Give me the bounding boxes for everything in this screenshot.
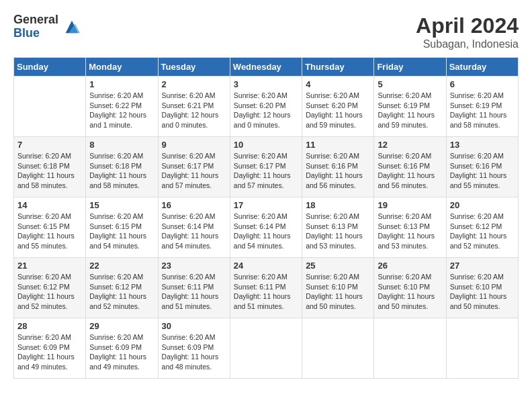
weekday-header-sunday: Sunday	[14, 58, 86, 77]
day-info: Sunrise: 6:20 AM Sunset: 6:20 PM Dayligh…	[234, 91, 298, 130]
calendar-cell: 3Sunrise: 6:20 AM Sunset: 6:20 PM Daylig…	[230, 77, 302, 137]
weekday-header-saturday: Saturday	[446, 58, 518, 77]
calendar-table: SundayMondayTuesdayWednesdayThursdayFrid…	[13, 57, 519, 379]
day-number: 28	[17, 321, 82, 331]
calendar-cell	[302, 318, 374, 379]
day-info: Sunrise: 6:20 AM Sunset: 6:15 PM Dayligh…	[17, 212, 82, 251]
weekday-header-monday: Monday	[86, 58, 158, 77]
day-number: 4	[306, 79, 370, 89]
day-number: 14	[17, 200, 82, 210]
day-info: Sunrise: 6:20 AM Sunset: 6:10 PM Dayligh…	[450, 272, 515, 312]
calendar-week-row: 14Sunrise: 6:20 AM Sunset: 6:15 PM Dayli…	[14, 197, 519, 258]
day-number: 8	[89, 140, 154, 150]
day-info: Sunrise: 6:20 AM Sunset: 6:17 PM Dayligh…	[234, 151, 298, 191]
calendar-cell: 15Sunrise: 6:20 AM Sunset: 6:15 PM Dayli…	[86, 197, 158, 258]
day-number: 3	[234, 79, 298, 89]
day-info: Sunrise: 6:20 AM Sunset: 6:16 PM Dayligh…	[378, 151, 442, 191]
day-info: Sunrise: 6:20 AM Sunset: 6:13 PM Dayligh…	[378, 212, 442, 251]
calendar-cell: 6Sunrise: 6:20 AM Sunset: 6:19 PM Daylig…	[446, 77, 518, 137]
day-info: Sunrise: 6:20 AM Sunset: 6:13 PM Dayligh…	[306, 212, 370, 251]
day-number: 12	[378, 140, 442, 150]
logo: General Blue	[13, 13, 81, 40]
calendar-cell: 23Sunrise: 6:20 AM Sunset: 6:11 PM Dayli…	[158, 258, 230, 318]
calendar-cell: 14Sunrise: 6:20 AM Sunset: 6:15 PM Dayli…	[14, 197, 86, 258]
month-title: April 2024	[416, 13, 519, 38]
day-info: Sunrise: 6:20 AM Sunset: 6:18 PM Dayligh…	[89, 151, 154, 191]
day-info: Sunrise: 6:20 AM Sunset: 6:12 PM Dayligh…	[89, 272, 154, 312]
calendar-cell: 25Sunrise: 6:20 AM Sunset: 6:10 PM Dayli…	[302, 258, 374, 318]
day-number: 20	[450, 200, 515, 210]
page-header: General Blue April 2024 Subagan, Indones…	[13, 13, 519, 50]
day-number: 21	[17, 261, 82, 271]
day-number: 11	[306, 140, 370, 150]
calendar-cell: 18Sunrise: 6:20 AM Sunset: 6:13 PM Dayli…	[302, 197, 374, 258]
calendar-cell: 21Sunrise: 6:20 AM Sunset: 6:12 PM Dayli…	[14, 258, 86, 318]
day-number: 2	[162, 79, 226, 89]
calendar-week-row: 21Sunrise: 6:20 AM Sunset: 6:12 PM Dayli…	[14, 258, 519, 318]
day-number: 15	[89, 200, 154, 210]
day-number: 18	[306, 200, 370, 210]
calendar-cell: 20Sunrise: 6:20 AM Sunset: 6:12 PM Dayli…	[446, 197, 518, 258]
day-number: 30	[162, 321, 226, 331]
day-number: 25	[306, 261, 370, 271]
title-section: April 2024 Subagan, Indonesia	[416, 13, 519, 50]
calendar-cell	[230, 318, 302, 379]
logo-blue: Blue	[13, 27, 58, 40]
day-info: Sunrise: 6:20 AM Sunset: 6:20 PM Dayligh…	[306, 91, 370, 130]
calendar-cell: 26Sunrise: 6:20 AM Sunset: 6:10 PM Dayli…	[374, 258, 446, 318]
calendar-cell: 5Sunrise: 6:20 AM Sunset: 6:19 PM Daylig…	[374, 77, 446, 137]
calendar-cell: 10Sunrise: 6:20 AM Sunset: 6:17 PM Dayli…	[230, 137, 302, 197]
day-info: Sunrise: 6:20 AM Sunset: 6:21 PM Dayligh…	[162, 91, 226, 130]
day-info: Sunrise: 6:20 AM Sunset: 6:19 PM Dayligh…	[378, 91, 442, 130]
calendar-cell: 1Sunrise: 6:20 AM Sunset: 6:22 PM Daylig…	[86, 77, 158, 137]
calendar-cell: 24Sunrise: 6:20 AM Sunset: 6:11 PM Dayli…	[230, 258, 302, 318]
day-info: Sunrise: 6:20 AM Sunset: 6:09 PM Dayligh…	[17, 332, 82, 372]
day-info: Sunrise: 6:20 AM Sunset: 6:19 PM Dayligh…	[450, 91, 515, 130]
calendar-cell: 22Sunrise: 6:20 AM Sunset: 6:12 PM Dayli…	[86, 258, 158, 318]
calendar-cell: 19Sunrise: 6:20 AM Sunset: 6:13 PM Dayli…	[374, 197, 446, 258]
logo-icon	[62, 17, 81, 36]
day-info: Sunrise: 6:20 AM Sunset: 6:11 PM Dayligh…	[234, 272, 298, 312]
day-info: Sunrise: 6:20 AM Sunset: 6:10 PM Dayligh…	[306, 272, 370, 312]
logo-general: General	[13, 13, 58, 27]
weekday-header-wednesday: Wednesday	[230, 58, 302, 77]
calendar-cell: 28Sunrise: 6:20 AM Sunset: 6:09 PM Dayli…	[14, 318, 86, 379]
calendar-cell	[374, 318, 446, 379]
calendar-week-row: 7Sunrise: 6:20 AM Sunset: 6:18 PM Daylig…	[14, 137, 519, 197]
day-number: 24	[234, 261, 298, 271]
day-info: Sunrise: 6:20 AM Sunset: 6:09 PM Dayligh…	[89, 332, 154, 372]
day-number: 29	[89, 321, 154, 331]
day-info: Sunrise: 6:20 AM Sunset: 6:17 PM Dayligh…	[162, 151, 226, 191]
calendar-cell: 13Sunrise: 6:20 AM Sunset: 6:16 PM Dayli…	[446, 137, 518, 197]
day-number: 13	[450, 140, 515, 150]
weekday-header-friday: Friday	[374, 58, 446, 77]
day-info: Sunrise: 6:20 AM Sunset: 6:09 PM Dayligh…	[162, 332, 226, 372]
day-number: 22	[89, 261, 154, 271]
calendar-cell: 17Sunrise: 6:20 AM Sunset: 6:14 PM Dayli…	[230, 197, 302, 258]
day-number: 1	[89, 79, 154, 89]
day-number: 16	[162, 200, 226, 210]
calendar-cell: 7Sunrise: 6:20 AM Sunset: 6:18 PM Daylig…	[14, 137, 86, 197]
day-info: Sunrise: 6:20 AM Sunset: 6:22 PM Dayligh…	[89, 91, 154, 130]
calendar-cell: 16Sunrise: 6:20 AM Sunset: 6:14 PM Dayli…	[158, 197, 230, 258]
calendar-cell: 2Sunrise: 6:20 AM Sunset: 6:21 PM Daylig…	[158, 77, 230, 137]
calendar-week-row: 1Sunrise: 6:20 AM Sunset: 6:22 PM Daylig…	[14, 77, 519, 137]
day-number: 9	[162, 140, 226, 150]
location: Subagan, Indonesia	[416, 38, 519, 50]
day-number: 17	[234, 200, 298, 210]
day-info: Sunrise: 6:20 AM Sunset: 6:10 PM Dayligh…	[378, 272, 442, 312]
calendar-cell: 27Sunrise: 6:20 AM Sunset: 6:10 PM Dayli…	[446, 258, 518, 318]
day-info: Sunrise: 6:20 AM Sunset: 6:14 PM Dayligh…	[234, 212, 298, 251]
day-number: 26	[378, 261, 442, 271]
day-info: Sunrise: 6:20 AM Sunset: 6:16 PM Dayligh…	[306, 151, 370, 191]
day-info: Sunrise: 6:20 AM Sunset: 6:12 PM Dayligh…	[450, 212, 515, 251]
calendar-cell: 4Sunrise: 6:20 AM Sunset: 6:20 PM Daylig…	[302, 77, 374, 137]
calendar-cell: 30Sunrise: 6:20 AM Sunset: 6:09 PM Dayli…	[158, 318, 230, 379]
day-info: Sunrise: 6:20 AM Sunset: 6:15 PM Dayligh…	[89, 212, 154, 251]
day-number: 7	[17, 140, 82, 150]
day-info: Sunrise: 6:20 AM Sunset: 6:11 PM Dayligh…	[162, 272, 226, 312]
weekday-header-row: SundayMondayTuesdayWednesdayThursdayFrid…	[14, 58, 519, 77]
calendar-cell: 29Sunrise: 6:20 AM Sunset: 6:09 PM Dayli…	[86, 318, 158, 379]
day-number: 5	[378, 79, 442, 89]
calendar-week-row: 28Sunrise: 6:20 AM Sunset: 6:09 PM Dayli…	[14, 318, 519, 379]
